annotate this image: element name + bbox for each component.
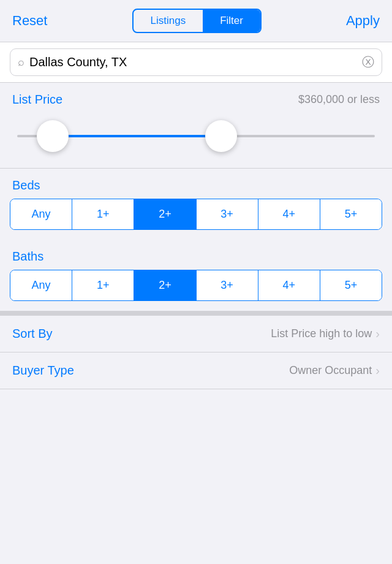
price-slider-track[interactable] — [17, 119, 375, 153]
section-divider — [0, 311, 392, 316]
list-price-label: List Price — [12, 93, 62, 107]
segment-control: Listings Filter — [132, 9, 262, 33]
beds-option-4plus[interactable]: 4+ — [258, 199, 320, 229]
apply-button[interactable]: Apply — [346, 13, 380, 29]
sort-by-value: List Price high to low — [271, 327, 372, 340]
list-price-section: List Price $360,000 or less — [0, 83, 392, 169]
baths-label-row: Baths — [0, 240, 392, 270]
top-bar: Reset Listings Filter Apply — [0, 0, 392, 42]
beds-option-3plus[interactable]: 3+ — [197, 199, 258, 229]
sort-by-value-wrap: List Price high to low › — [271, 327, 380, 341]
beds-option-2plus[interactable]: 2+ — [134, 199, 196, 229]
beds-btn-group: Any 1+ 2+ 3+ 4+ 5+ — [10, 199, 382, 230]
baths-option-1plus[interactable]: 1+ — [72, 270, 134, 300]
baths-option-any[interactable]: Any — [10, 270, 72, 300]
baths-option-3plus[interactable]: 3+ — [197, 270, 258, 300]
baths-option-5plus[interactable]: 5+ — [320, 270, 382, 300]
list-price-row: List Price $360,000 or less — [0, 83, 392, 113]
buyer-type-chevron-icon: › — [375, 364, 380, 378]
baths-btn-group: Any 1+ 2+ 3+ 4+ 5+ — [10, 270, 382, 301]
baths-label: Baths — [12, 250, 43, 263]
sort-by-row[interactable]: Sort By List Price high to low › — [0, 316, 392, 352]
segment-filter[interactable]: Filter — [203, 10, 260, 32]
baths-option-2plus[interactable]: 2+ — [134, 270, 196, 300]
beds-section: Beds Any 1+ 2+ 3+ 4+ 5+ — [0, 169, 392, 230]
clear-icon[interactable]: ⓧ — [362, 54, 374, 70]
sort-by-label: Sort By — [12, 327, 53, 341]
buyer-type-value-wrap: Owner Occupant › — [289, 364, 380, 378]
beds-option-any[interactable]: Any — [10, 199, 72, 229]
search-icon: ⌕ — [18, 56, 24, 69]
beds-option-5plus[interactable]: 5+ — [320, 199, 382, 229]
buyer-type-label: Buyer Type — [12, 364, 74, 378]
price-slider-container — [0, 113, 392, 169]
buyer-type-row[interactable]: Buyer Type Owner Occupant › — [0, 352, 392, 389]
search-input[interactable] — [29, 55, 357, 69]
buyer-type-value: Owner Occupant — [289, 364, 372, 377]
reset-button[interactable]: Reset — [12, 13, 47, 29]
baths-option-4plus[interactable]: 4+ — [258, 270, 320, 300]
search-bar: ⌕ ⓧ — [10, 48, 382, 76]
slider-thumb-left[interactable] — [37, 120, 69, 152]
baths-section: Baths Any 1+ 2+ 3+ 4+ 5+ — [0, 240, 392, 301]
slider-thumb-right[interactable] — [205, 120, 237, 152]
search-bar-container: ⌕ ⓧ — [0, 42, 392, 83]
list-price-value: $360,000 or less — [298, 93, 380, 106]
slider-track-fill — [53, 135, 221, 137]
beds-label: Beds — [12, 178, 40, 192]
beds-option-1plus[interactable]: 1+ — [72, 199, 134, 229]
segment-listings[interactable]: Listings — [134, 10, 203, 32]
beds-label-row: Beds — [0, 169, 392, 199]
sort-by-chevron-icon: › — [375, 327, 380, 341]
